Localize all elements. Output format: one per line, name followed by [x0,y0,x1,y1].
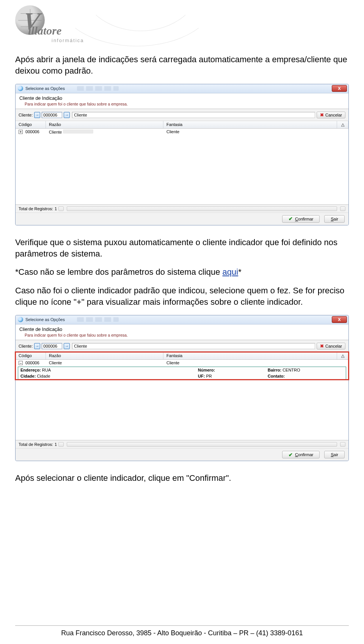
scrollbar[interactable] [67,442,337,447]
section-subtitle: Para indicar quem foi o cliente que falo… [19,101,345,107]
cidade-value: Cidade [37,374,50,378]
cancel-button[interactable]: ✖ Cancelar [317,112,345,118]
page-footer: Rua Francisco Derosso, 3985 - Alto Boque… [0,629,364,637]
cliente-label: Cliente: [19,344,33,348]
app-icon [18,86,23,91]
name-input[interactable]: Cliente [72,343,315,349]
scrollbar[interactable] [67,206,337,211]
cancel-label: Cancelar [325,344,342,348]
col-sort[interactable]: △ [337,352,348,359]
table-row[interactable]: + 000006 Cliente Cliente [16,129,348,135]
aqui-link[interactable]: aqui [223,267,238,277]
paragraph-1: Após abrir a janela de indicações será c… [15,54,349,77]
blurred-text [63,129,93,134]
filter-toolbar: Cliente: → 000006 → Cliente ✖ Cancelar [16,340,348,352]
logo-tag: informática [52,38,84,43]
confirm-label: Confirmar [295,217,313,221]
grid-footer: Total de Registros: 1 [16,440,348,448]
check-icon: ✔ [289,452,293,458]
prev-button[interactable]: → [34,343,40,349]
uf-label: UF: [198,374,205,378]
table-row[interactable]: – 000006 Cliente Cliente [16,360,348,366]
confirm-button[interactable]: ✔ Confirmar [282,215,320,223]
col-razao[interactable]: Razão [46,352,163,359]
x-icon: ✖ [320,343,324,349]
grid-header: Código Razão Fantasia △ [16,121,348,129]
total-value: 1 [55,442,57,447]
section-head: Cliente de Indicação Para indicar quem f… [16,93,348,109]
grid-footer: Total de Registros: 1 [16,205,348,213]
cliente-label: Cliente: [19,113,33,117]
uf-value: PR [206,374,212,378]
cell-codigo: 000006 [25,361,39,365]
numero-label: Número: [198,368,215,372]
confirm-label: Confirmar [295,452,313,457]
dialog-buttons: ✔ Confirmar Sair [16,448,348,461]
col-codigo[interactable]: Código [16,352,46,359]
window-title: Selecione as Opções [25,317,65,322]
paragraph-4: Caso não foi o cliente indicador padrão … [15,285,349,308]
close-button[interactable]: X [332,316,347,323]
name-input[interactable]: Cliente [72,112,315,118]
scroll-left-icon[interactable] [58,206,64,211]
logo: V illatore informática [15,5,91,43]
titlebar: Selecione as Opções X [16,315,348,324]
exit-button[interactable]: Sair [324,215,345,223]
paragraph-2: Verifique que o sistema puxou automatica… [15,237,349,260]
col-fantasia[interactable]: Fantasia [163,121,337,128]
section-head: Cliente de Indicação Para indicar quem f… [16,324,348,340]
detail-card: Endereço: RUA Número: Bairro: CENTRO Cid… [18,367,346,379]
cell-fantasia: Cliente [166,129,179,134]
grid-header: Código Razão Fantasia △ [16,352,348,360]
logo-block: V illatore informática [15,0,349,49]
screenshot-2: Selecione as Opções X Cliente de Indicaç… [15,315,349,461]
section-subtitle: Para indicar quem foi o cliente que falo… [19,332,345,338]
total-label: Total de Registros: [19,206,53,211]
highlighted-area: Código Razão Fantasia △ – 000006 Cliente… [16,352,348,380]
cidade-label: Cidade: [20,374,36,378]
cancel-button[interactable]: ✖ Cancelar [317,343,345,350]
titlebar-decoration [77,86,119,91]
code-input[interactable]: 000006 [42,343,62,349]
section-title: Cliente de Indicação [19,96,345,101]
collapse-icon[interactable]: – [19,361,23,365]
col-fantasia[interactable]: Fantasia [163,352,337,359]
col-sort[interactable]: △ [337,121,348,128]
bairro-value: CENTRO [282,368,300,372]
next-button[interactable]: → [64,343,70,349]
confirm-button[interactable]: ✔ Confirmar [282,451,320,458]
p3-post: * [238,267,242,277]
scroll-left-icon[interactable] [58,442,64,447]
paragraph-3: *Caso não se lembre dos parâmetros do si… [15,266,349,278]
grid-body [16,379,348,440]
exit-button[interactable]: Sair [324,451,345,458]
prev-button[interactable]: → [34,112,40,118]
contato-label: Contato: [268,374,285,378]
titlebar: Selecione as Opções X [16,84,348,93]
cell-codigo: 000006 [25,129,39,134]
app-icon [18,317,23,322]
code-input[interactable]: 000006 [42,112,62,118]
bairro-label: Bairro: [268,368,281,372]
cell-razao: Cliente [49,130,62,134]
total-label: Total de Registros: [19,442,53,447]
titlebar-decoration [77,317,119,322]
footer-separator [15,625,349,626]
col-codigo[interactable]: Código [16,121,46,128]
col-razao[interactable]: Razão [46,121,163,128]
section-title: Cliente de Indicação [19,327,345,332]
next-button[interactable]: → [64,112,70,118]
close-button[interactable]: X [332,85,347,92]
logo-wordmark: illatore [28,25,61,36]
check-icon: ✔ [289,216,293,222]
screenshot-1: Selecione as Opções X Cliente de Indicaç… [15,84,349,225]
scroll-right-icon[interactable] [340,442,345,447]
total-value: 1 [55,206,57,211]
scroll-right-icon[interactable] [340,206,345,211]
endereco-value: RUA [42,368,51,372]
paragraph-5: Após selecionar o cliente indicador, cli… [15,472,349,484]
expand-icon[interactable]: + [19,130,23,134]
grid-body: + 000006 Cliente Cliente [16,129,348,205]
p3-pre: *Caso não se lembre dos parâmetros do si… [15,267,223,277]
window-title: Selecione as Opções [25,86,65,91]
